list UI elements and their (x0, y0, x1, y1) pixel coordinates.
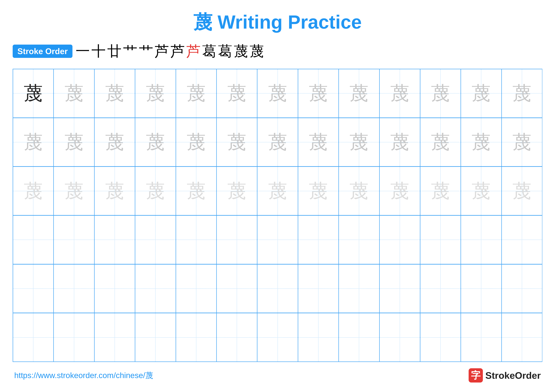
grid-cell-1-10[interactable]: 蔑 (380, 69, 420, 118)
grid-cell-1-4[interactable]: 蔑 (135, 69, 176, 118)
grid-cell-6-8[interactable] (298, 313, 339, 362)
grid-cell-5-2[interactable] (54, 264, 94, 313)
grid-cell-4-8[interactable] (298, 215, 339, 264)
grid-cell-5-3[interactable] (95, 264, 135, 313)
grid-cell-1-5[interactable]: 蔑 (176, 69, 217, 118)
grid-cell-5-10[interactable] (380, 264, 420, 313)
grid-cell-2-7[interactable]: 蔑 (257, 118, 298, 166)
footer-logo: 字 StrokeOrder (469, 368, 541, 383)
grid-cell-6-3[interactable] (95, 313, 135, 362)
grid-cell-1-7[interactable]: 蔑 (257, 69, 298, 118)
grid-cell-5-11[interactable] (420, 264, 461, 313)
grid-cell-6-1[interactable] (13, 313, 54, 362)
grid-cell-5-9[interactable] (339, 264, 380, 313)
grid-cell-3-11[interactable]: 蔑 (420, 167, 461, 215)
grid-cell-2-8[interactable]: 蔑 (298, 118, 339, 166)
stroke-order-badge: Stroke Order (13, 45, 73, 58)
grid-cell-3-2[interactable]: 蔑 (54, 167, 94, 215)
grid-cell-1-12[interactable]: 蔑 (461, 69, 502, 118)
grid-row-4 (13, 215, 542, 264)
grid-cell-5-5[interactable] (176, 264, 217, 313)
grid-cell-6-2[interactable] (54, 313, 94, 362)
logo-icon: 字 (469, 368, 483, 383)
footer-url[interactable]: https://www.strokeorder.com/chinese/蔑 (14, 370, 153, 381)
grid-cell-3-8[interactable]: 蔑 (298, 167, 339, 215)
grid-cell-2-13[interactable]: 蔑 (502, 118, 542, 166)
grid-cell-2-6[interactable]: 蔑 (217, 118, 257, 166)
grid-cell-4-3[interactable] (95, 215, 135, 264)
stroke-7: 芦 (171, 42, 185, 61)
stroke-9: 葛 (202, 42, 216, 61)
grid-cell-3-5[interactable]: 蔑 (176, 167, 217, 215)
grid-row-2: 蔑 蔑 蔑 蔑 蔑 蔑 蔑 蔑 蔑 蔑 蔑 蔑 蔑 (13, 118, 542, 167)
grid-cell-2-5[interactable]: 蔑 (176, 118, 217, 166)
grid-cell-5-12[interactable] (461, 264, 502, 313)
grid-cell-3-1[interactable]: 蔑 (13, 167, 54, 215)
grid-row-3: 蔑 蔑 蔑 蔑 蔑 蔑 蔑 蔑 蔑 蔑 蔑 蔑 蔑 (13, 167, 542, 215)
grid-cell-5-13[interactable] (502, 264, 542, 313)
grid-cell-4-6[interactable] (217, 215, 257, 264)
grid-cell-1-8[interactable]: 蔑 (298, 69, 339, 118)
grid-cell-4-4[interactable] (135, 215, 176, 264)
grid-cell-5-1[interactable] (13, 264, 54, 313)
grid-cell-2-10[interactable]: 蔑 (380, 118, 420, 166)
grid-cell-6-7[interactable] (257, 313, 298, 362)
grid-cell-2-3[interactable]: 蔑 (95, 118, 135, 166)
grid-row-6 (13, 313, 542, 362)
grid-cell-2-2[interactable]: 蔑 (54, 118, 94, 166)
grid-cell-6-6[interactable] (217, 313, 257, 362)
grid-cell-5-7[interactable] (257, 264, 298, 313)
footer: https://www.strokeorder.com/chinese/蔑 字 … (13, 368, 542, 383)
stroke-8: 芦 (186, 42, 201, 61)
stroke-11: 蔑 (234, 42, 248, 61)
grid-cell-2-11[interactable]: 蔑 (420, 118, 461, 166)
grid-cell-6-11[interactable] (420, 313, 461, 362)
stroke-6: 芦 (155, 42, 169, 61)
grid-cell-6-9[interactable] (339, 313, 380, 362)
grid-cell-3-9[interactable]: 蔑 (339, 167, 380, 215)
grid-cell-3-6[interactable]: 蔑 (217, 167, 257, 215)
grid-cell-4-13[interactable] (502, 215, 542, 264)
grid-cell-3-10[interactable]: 蔑 (380, 167, 420, 215)
grid-cell-4-11[interactable] (420, 215, 461, 264)
grid-cell-1-9[interactable]: 蔑 (339, 69, 380, 118)
page-container: 蔑 Writing Practice Stroke Order 一 十 廿 艹 … (0, 0, 555, 392)
grid-cell-5-8[interactable] (298, 264, 339, 313)
grid-cell-3-7[interactable]: 蔑 (257, 167, 298, 215)
title-text: 蔑 Writing Practice (193, 11, 362, 33)
grid-cell-4-2[interactable] (54, 215, 94, 264)
grid-cell-1-11[interactable]: 蔑 (420, 69, 461, 118)
grid-cell-4-10[interactable] (380, 215, 420, 264)
grid-cell-6-4[interactable] (135, 313, 176, 362)
grid-cell-6-12[interactable] (461, 313, 502, 362)
grid-cell-1-13[interactable]: 蔑 (502, 69, 542, 118)
grid-cell-4-9[interactable] (339, 215, 380, 264)
grid-cell-3-3[interactable]: 蔑 (95, 167, 135, 215)
grid-cell-3-4[interactable]: 蔑 (135, 167, 176, 215)
stroke-5: 艹 (139, 42, 153, 61)
grid-cell-1-1[interactable]: 蔑 (13, 69, 54, 118)
grid-cell-1-3[interactable]: 蔑 (95, 69, 135, 118)
practice-grid: 蔑 蔑 蔑 蔑 蔑 蔑 蔑 蔑 蔑 蔑 蔑 蔑 蔑 蔑 蔑 蔑 蔑 蔑 蔑 蔑 … (13, 69, 542, 362)
page-title: 蔑 Writing Practice (193, 9, 362, 35)
grid-row-1: 蔑 蔑 蔑 蔑 蔑 蔑 蔑 蔑 蔑 蔑 蔑 蔑 蔑 (13, 69, 542, 118)
grid-cell-6-5[interactable] (176, 313, 217, 362)
grid-cell-1-6[interactable]: 蔑 (217, 69, 257, 118)
grid-cell-4-1[interactable] (13, 215, 54, 264)
grid-cell-1-2[interactable]: 蔑 (54, 69, 94, 118)
grid-cell-6-10[interactable] (380, 313, 420, 362)
grid-cell-4-5[interactable] (176, 215, 217, 264)
grid-cell-5-6[interactable] (217, 264, 257, 313)
grid-cell-4-12[interactable] (461, 215, 502, 264)
grid-cell-4-7[interactable] (257, 215, 298, 264)
char-solid: 蔑 (24, 84, 43, 103)
grid-cell-2-4[interactable]: 蔑 (135, 118, 176, 166)
grid-cell-2-9[interactable]: 蔑 (339, 118, 380, 166)
grid-cell-2-1[interactable]: 蔑 (13, 118, 54, 166)
grid-cell-3-13[interactable]: 蔑 (502, 167, 542, 215)
grid-cell-2-12[interactable]: 蔑 (461, 118, 502, 166)
grid-cell-6-13[interactable] (502, 313, 542, 362)
grid-cell-5-4[interactable] (135, 264, 176, 313)
stroke-3: 廿 (107, 42, 122, 61)
grid-cell-3-12[interactable]: 蔑 (461, 167, 502, 215)
